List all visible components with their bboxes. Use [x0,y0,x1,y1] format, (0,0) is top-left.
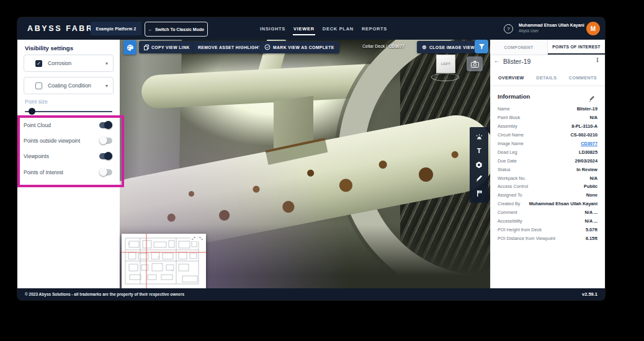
flag-tool-icon[interactable] [474,188,484,198]
field-row: Assigned ToNone [498,191,597,200]
subtab-comments[interactable]: COMMENTS [569,75,597,81]
back-arrow-icon[interactable]: ← [494,57,500,64]
breadcrumb: Cellar Deck / CD3077 [362,44,405,48]
corrosion-filter-select[interactable]: ✓ Corrosion ▾ [24,55,114,72]
subtab-overview[interactable]: OVERVIEW [498,75,524,81]
tab-points-of-interest[interactable]: POINTS OF INTEREST [548,40,605,55]
annotation-palette-button[interactable] [123,40,136,55]
field-label: POI Distance from Viewpoint [498,236,555,241]
field-value: 8-PL-3110-A [571,123,597,129]
orientation-ring [431,73,459,81]
field-row: Image NameCD3077 [498,140,597,148]
coating-condition-filter-select[interactable]: Coating Condition ▾ [24,77,114,94]
expand-icon[interactable]: ⤢ [190,236,197,241]
platform-selector-button[interactable]: Example Platform 2 [91,22,141,35]
field-value: N/A [589,175,597,181]
copy-view-link-button[interactable]: COPY VIEW LINK [139,41,195,53]
field-row: Assembly8-PL-3110-A [498,122,597,131]
top-nav-bar: ABYSS FABRIC Example Platform 2 ← Switch… [17,17,605,40]
field-row: Access ControlPublic [498,182,597,191]
subtab-details[interactable]: DETAILS [536,75,557,81]
collapse-icon[interactable]: ⤡ [198,236,204,241]
close-image-view-label: CLOSE IMAGE VIEW [429,45,475,50]
chevron-down-icon[interactable]: ▾ [105,61,108,66]
point-size-label: Point size [25,99,48,105]
corrosion-checkbox[interactable]: ✓ [35,60,42,67]
field-row: StatusIn Review [498,165,597,174]
app-version: v2.59.1 [582,291,597,297]
coating-condition-checkbox[interactable] [35,82,42,89]
floor-plan-drawing [122,234,206,288]
image-name-link[interactable]: CD3077 [581,141,597,146]
field-row: Paint BlockN/A [498,113,597,122]
mark-view-complete-button[interactable]: MARK VIEW AS COMPLETE [259,41,339,53]
kebab-menu-icon[interactable]: ⋮ [594,56,601,63]
avatar[interactable]: M [586,22,600,35]
tab-insights[interactable]: INSIGHTS [259,22,286,35]
palette-icon [127,44,134,51]
close-image-view-button[interactable]: ⊗ CLOSE IMAGE VIEW [417,41,480,53]
field-value: CS-002-0210 [571,132,597,138]
field-label: Circuit Name [498,132,524,138]
tab-deck-plan[interactable]: DECK PLAN [322,22,354,35]
remove-asset-highlight-button[interactable]: REMOVE ASSET HIGHLIGHT [193,41,266,53]
point-size-slider-thumb[interactable] [29,108,35,115]
sidebar-title: Visibility settings [25,45,73,51]
copyright-text: © 2023 Abyss Solutions - all trademarks … [25,292,184,296]
field-value: 5.07ft [586,227,597,232]
nut-tool-icon[interactable] [474,160,484,170]
field-label: Assembly [498,123,517,129]
field-row: POI Height from Deck5.07ft [498,225,597,234]
text-tool-icon[interactable]: T [474,146,484,156]
orientation-cube[interactable]: LEFT [436,55,455,73]
back-arrow-icon: ← [148,27,153,32]
deck-plan-minimap[interactable]: ⤢ ⤡ [122,234,206,288]
field-value: None [586,192,597,198]
panel-tabs: COMPONENT POINTS OF INTEREST [490,40,605,55]
field-value: 29/03/2024 [575,158,597,164]
footer-bar: © 2023 Abyss Solutions - all trademarks … [17,288,605,300]
field-value: In Review [576,167,597,172]
filter-button[interactable] [475,40,488,53]
tab-reports[interactable]: REPORTS [361,22,388,35]
field-row: Workpack No.N/A [498,174,597,182]
field-value: Public [584,184,597,189]
information-section-title: Information [498,93,530,100]
pencil-tool-icon[interactable] [474,174,484,184]
field-row: Circuit NameCS-002-0210 [498,131,597,140]
field-row: Created ByMuhammad Ehsan Ullah Kayani [498,200,597,208]
orientation-cube-widget[interactable]: LEFT [431,53,460,83]
user-info[interactable]: Muhammad Ehsan Ullah Kayani Abyss User [519,22,583,33]
filter-icon [478,43,485,50]
tab-viewer[interactable]: VIEWER [293,22,315,35]
beacon-tool-icon[interactable] [474,131,484,141]
information-fields: NameBlister-19 Paint BlockN/A Assembly8-… [498,105,597,242]
help-icon[interactable]: ? [504,24,513,33]
corrosion-label: Corrosion [48,60,71,66]
annotation-toolbar: T [470,127,488,203]
camera-button[interactable] [467,56,483,71]
poi-title: Blister-19 [503,58,530,65]
field-label: Assigned To [498,192,522,198]
tab-component[interactable]: COMPONENT [490,40,548,55]
magenta-highlight-annotation [17,115,124,187]
minimap-controls: ⤢ ⤡ [190,236,204,241]
field-value: N/A [589,115,597,120]
point-size-slider-track[interactable] [25,111,112,112]
chevron-down-icon[interactable]: ▾ [105,83,108,89]
field-value: Blister-19 [577,106,597,112]
poi-sub-tabs: OVERVIEW DETAILS COMMENTS [490,70,605,86]
edit-pencil-icon[interactable] [589,94,595,105]
switch-classic-mode-button[interactable]: ← Switch To Classic Mode [145,22,208,37]
field-label: Access Control [498,184,528,189]
user-role: Abyss User [519,29,583,33]
field-label: Status [498,167,511,172]
field-label: Accessibility [498,218,522,224]
breadcrumb-image: CD3077 [388,44,405,48]
remove-asset-highlight-label: REMOVE ASSET HIGHLIGHT [198,45,261,50]
field-value: LD30825 [579,149,597,155]
field-row: Due Date29/03/2024 [498,156,597,165]
mark-view-complete-label: MARK VIEW AS COMPLETE [273,45,334,50]
field-label: Image Name [498,141,524,146]
camera-icon [471,61,479,68]
